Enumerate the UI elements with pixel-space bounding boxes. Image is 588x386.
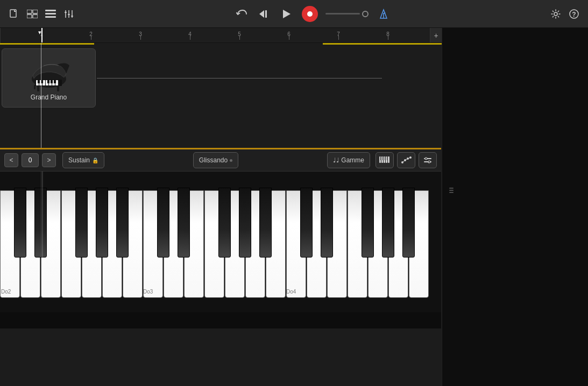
key-as4[interactable] bbox=[402, 188, 415, 258]
svg-rect-5 bbox=[45, 10, 56, 11]
c2-label: Do2 bbox=[1, 289, 11, 295]
transport-controls bbox=[234, 6, 391, 22]
svg-rect-12 bbox=[68, 14, 70, 15]
octave-prev-button[interactable]: < bbox=[4, 153, 18, 167]
c3-label: Do3 bbox=[143, 289, 153, 295]
play-button[interactable] bbox=[279, 6, 294, 22]
svg-rect-48 bbox=[385, 156, 386, 160]
new-document-icon[interactable] bbox=[6, 6, 22, 22]
svg-rect-49 bbox=[387, 156, 388, 160]
view-toggle-icon[interactable] bbox=[25, 6, 40, 22]
ruler-label-3: 3 bbox=[139, 31, 142, 37]
piano-keys-icon bbox=[379, 156, 390, 164]
key-cs4[interactable] bbox=[300, 188, 313, 258]
ruler-label-8: 8 bbox=[386, 31, 389, 37]
svg-rect-25 bbox=[37, 86, 39, 91]
key-ds3[interactable] bbox=[178, 188, 190, 258]
key-fs3[interactable] bbox=[218, 188, 231, 258]
svg-point-21 bbox=[554, 12, 557, 16]
record-button[interactable] bbox=[302, 6, 318, 22]
ruler[interactable]: ▾ 1 2 3 4 5 6 bbox=[1, 28, 442, 43]
kb-settings-button[interactable] bbox=[419, 152, 437, 168]
svg-rect-0 bbox=[10, 10, 16, 17]
arp-button[interactable] bbox=[397, 152, 415, 168]
rewind-button[interactable] bbox=[257, 6, 272, 22]
ruler-row: | ▾ 1 2 3 bbox=[0, 28, 442, 43]
svg-marker-16 bbox=[283, 10, 291, 18]
svg-rect-3 bbox=[27, 15, 32, 18]
track-name-label: Grand Piano bbox=[31, 94, 67, 101]
svg-point-56 bbox=[425, 158, 427, 160]
playhead-cursor bbox=[41, 28, 42, 43]
svg-rect-26 bbox=[57, 86, 59, 91]
track-gold-bar-left bbox=[0, 43, 94, 45]
ruler-cursor-marker: ▾ bbox=[38, 29, 41, 36]
scroll-indicator bbox=[449, 188, 454, 198]
c4-label: Do4 bbox=[286, 289, 296, 295]
key-fs4[interactable] bbox=[362, 188, 374, 258]
right-panel bbox=[442, 28, 588, 386]
ruler-inner: ▾ 1 2 3 4 5 6 bbox=[1, 28, 442, 42]
arp-icon bbox=[401, 156, 412, 164]
key-cs3[interactable] bbox=[157, 188, 169, 258]
key-fs2[interactable] bbox=[75, 188, 88, 258]
sustain-button[interactable]: Sustain 🔒 bbox=[62, 152, 104, 168]
toolbar: ? bbox=[0, 0, 588, 28]
metronome-icon[interactable] bbox=[376, 6, 391, 22]
key-gs2[interactable] bbox=[96, 188, 108, 258]
svg-point-57 bbox=[428, 161, 430, 163]
svg-rect-40 bbox=[54, 80, 56, 83]
track-list-icon[interactable] bbox=[43, 6, 58, 22]
track-gold-bar-right bbox=[323, 43, 442, 45]
key-cs2[interactable] bbox=[14, 188, 26, 258]
gear-settings-icon[interactable] bbox=[548, 6, 563, 22]
volume-slider[interactable] bbox=[325, 11, 369, 17]
key-ds4[interactable] bbox=[321, 188, 333, 258]
track-segment-block[interactable]: Grand Piano bbox=[2, 48, 96, 108]
svg-rect-2 bbox=[33, 10, 38, 13]
lock-icon: 🔒 bbox=[92, 158, 98, 163]
glissando-button[interactable]: Glissando bbox=[193, 152, 238, 168]
grand-piano-image bbox=[27, 55, 70, 91]
svg-rect-11 bbox=[65, 12, 67, 13]
key-as3[interactable] bbox=[259, 188, 272, 258]
playhead-line bbox=[41, 43, 41, 148]
svg-rect-7 bbox=[45, 16, 56, 18]
key-gs3[interactable] bbox=[239, 188, 251, 258]
piano-keys-button[interactable] bbox=[376, 152, 394, 168]
ruler-add-button[interactable]: + bbox=[430, 28, 442, 43]
piano-keys-area: .wk { position:absolute; bottom:0; width… bbox=[0, 171, 441, 298]
keyboard-controls-bar: < 0 > Sustain 🔒 Glissando bbox=[0, 148, 441, 171]
svg-rect-39 bbox=[51, 80, 53, 83]
undo-icon[interactable] bbox=[234, 6, 249, 22]
piano-keyboard[interactable]: .wk { position:absolute; bottom:0; width… bbox=[0, 171, 441, 328]
svg-rect-36 bbox=[38, 80, 40, 83]
octave-next-button[interactable]: > bbox=[42, 153, 56, 167]
track-content: Grand Piano bbox=[0, 43, 442, 148]
svg-rect-15 bbox=[265, 10, 267, 18]
note-indicator-line bbox=[42, 171, 43, 298]
toolbar-right-group: ? bbox=[548, 6, 582, 22]
glissando-indicator bbox=[230, 159, 232, 162]
svg-rect-6 bbox=[45, 13, 56, 15]
mixer-icon[interactable] bbox=[61, 6, 76, 22]
app-container: ? | ▾ 1 bbox=[0, 0, 588, 386]
svg-rect-4 bbox=[33, 15, 38, 18]
svg-rect-38 bbox=[47, 80, 49, 83]
svg-point-17 bbox=[307, 11, 313, 17]
gamme-button[interactable]: ♩♩ Gamme bbox=[327, 152, 370, 168]
ruler-label-4: 4 bbox=[188, 31, 192, 37]
ruler-label-6: 6 bbox=[287, 31, 291, 37]
volume-level-bar bbox=[325, 13, 360, 15]
help-icon[interactable]: ? bbox=[566, 6, 582, 22]
key-gs4[interactable] bbox=[382, 188, 394, 258]
settings-icon bbox=[423, 156, 432, 165]
piano-bottom-bar bbox=[0, 312, 441, 328]
playhead-keyboard-line bbox=[41, 171, 41, 298]
svg-marker-14 bbox=[259, 10, 264, 18]
svg-rect-47 bbox=[382, 156, 384, 160]
svg-rect-46 bbox=[380, 156, 381, 160]
ruler-label-2: 2 bbox=[89, 31, 93, 37]
key-as2[interactable] bbox=[116, 188, 129, 258]
svg-rect-45 bbox=[388, 156, 389, 163]
